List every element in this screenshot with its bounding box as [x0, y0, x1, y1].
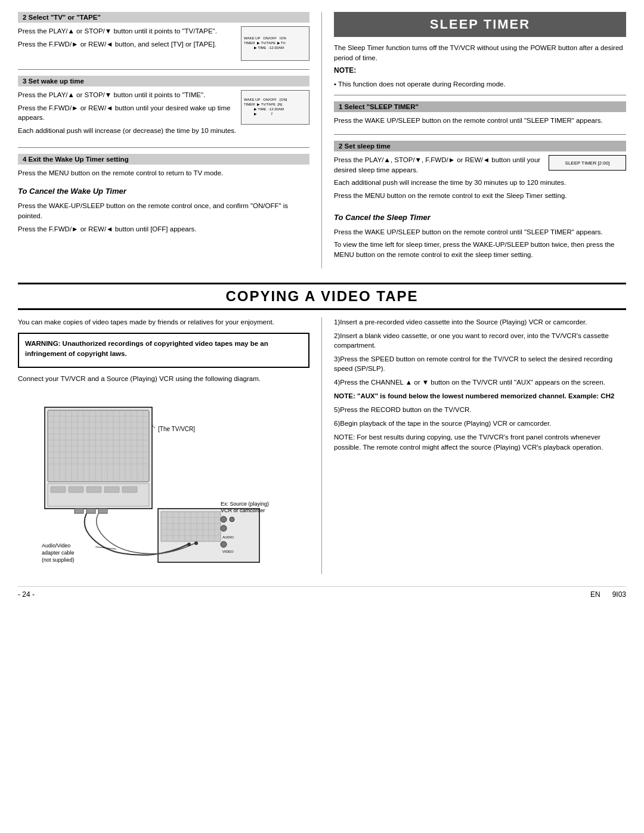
svg-point-53 — [221, 516, 227, 522]
bottom-section: You can make copies of video tapes made … — [18, 317, 626, 575]
sleep-step2-content: SLEEP TIMER [2:00] Press the PLAY/▲, STO… — [334, 155, 626, 204]
video-diagram: [The TV/VCR] — [18, 389, 309, 574]
svg-rect-35 — [98, 509, 107, 513]
cancel-wakeup-text2: Press the F.FWD/► or REW/◄ button until … — [18, 224, 309, 234]
copy-step5: 5)Press the RECORD button on the TV/VCR. — [334, 405, 626, 414]
copy-step2: 2)Insert a blank video cassette, or one … — [334, 331, 626, 350]
sleep-timer-header: SLEEP TIMER — [334, 12, 626, 37]
svg-point-60 — [194, 541, 198, 545]
footer-model: 9I03 — [612, 590, 626, 599]
sleep-step2-text2: Each additional push will increase the t… — [334, 178, 626, 188]
svg-text:adapter cable: adapter cable — [42, 550, 75, 556]
sleep-diagram: SLEEP TIMER [2:00] — [549, 155, 626, 171]
sleep-timer-note: NOTE: • This function does not operate d… — [334, 66, 626, 89]
warning-box: WARNING: Unauthorized recordings of copy… — [18, 333, 309, 367]
page-number: - 24 - — [18, 590, 35, 599]
svg-rect-33 — [75, 509, 83, 513]
svg-text:VIDEO: VIDEO — [222, 550, 234, 553]
note-content: NOTE: — [334, 66, 626, 76]
step3-header: 3 Set wake up time — [18, 76, 309, 86]
cancel-wakeup-text1: Press the WAKE-UP/SLEEP button on the re… — [18, 201, 309, 221]
copy-step3: 3)Press the SPEED button on remote contr… — [334, 354, 626, 373]
step2-diagram: WAKE UP ON/OFF ION TIMER ▶ TV/TAPE ▶TV: — [241, 26, 309, 61]
bottom-left-column: You can make copies of video tapes made … — [18, 317, 322, 575]
footer-lang: EN — [590, 590, 600, 599]
sleep-step2-text3: Press the MENU button on the remote cont… — [334, 191, 626, 201]
svg-point-59 — [187, 543, 191, 546]
bottom-right-column: 1)Insert a pre-recorded video cassette i… — [322, 317, 626, 575]
svg-text:(not supplied): (not supplied) — [42, 557, 75, 563]
svg-rect-34 — [86, 509, 95, 513]
right-column: SLEEP TIMER The Sleep Timer function tur… — [322, 12, 626, 268]
svg-text:[The TV/VCR]: [The TV/VCR] — [158, 426, 195, 432]
connect-text: Connect your TV/VCR and a Source (Playin… — [18, 374, 309, 384]
cancel-sleep-header: To Cancel the Sleep Timer — [334, 212, 626, 224]
divider1 — [18, 69, 309, 70]
svg-rect-28 — [51, 487, 66, 493]
svg-text:Ex: Source (playing): Ex: Source (playing) — [221, 501, 269, 507]
step3-section: 3 Set wake up time WAKE UP ON/OFF [ON] T… — [18, 76, 309, 139]
step3-diagram: WAKE UP ON/OFF [ON] TIMER ▶ TV/TAPE [N] — [241, 90, 309, 125]
copy-note-aux: NOTE: "AUX" is found below the lowest nu… — [334, 391, 626, 401]
step2-header: 2 Select "TV" or "TAPE" — [18, 12, 309, 23]
step4-text: Press the MENU button on the remote cont… — [18, 168, 309, 178]
footer-right: EN 9I03 — [590, 590, 626, 599]
sleep-step1-header: 1 Select "SLEEP TIMER" — [334, 101, 626, 112]
copying-header: COPYING A VIDEO TAPE — [18, 283, 626, 310]
cancel-wakeup-section: To Cancel the Wake Up Timer Press the WA… — [18, 186, 309, 234]
sleep-step1-section: 1 Select "SLEEP TIMER" Press the WAKE UP… — [334, 101, 626, 126]
svg-text:AUDIO: AUDIO — [222, 535, 234, 539]
page: 2 Select "TV" or "TAPE" WAKE UP ON/OFF I… — [0, 0, 644, 833]
sleep-divider2 — [334, 134, 626, 135]
svg-point-57 — [221, 541, 227, 547]
svg-point-54 — [221, 525, 227, 531]
step4-section: 4 Exit the Wake Up Timer setting Press t… — [18, 154, 309, 178]
svg-text:VCR or camcorder: VCR or camcorder — [221, 507, 265, 513]
copy-step4: 4)Press the CHANNEL ▲ or ▼ button on the… — [334, 377, 626, 387]
copy-note-best: NOTE: For best results during copying, u… — [334, 432, 626, 451]
cancel-sleep-text2: To view the time left for sleep timer, p… — [334, 240, 626, 259]
svg-point-55 — [230, 517, 234, 522]
left-column: 2 Select "TV" or "TAPE" WAKE UP ON/OFF I… — [18, 12, 322, 268]
step3-text3: Each additional push will increase (or d… — [18, 126, 309, 136]
copy-step6: 6)Begin playback of the tape in the sour… — [334, 419, 626, 428]
svg-rect-29 — [69, 487, 83, 493]
sleep-timer-intro: The Sleep Timer function turns off the T… — [334, 43, 626, 63]
page-footer: - 24 - EN 9I03 — [18, 586, 626, 599]
step4-header: 4 Exit the Wake Up Timer setting — [18, 154, 309, 165]
divider2 — [18, 147, 309, 148]
step2-section: 2 Select "TV" or "TAPE" WAKE UP ON/OFF I… — [18, 12, 309, 61]
cancel-sleep-section: To Cancel the Sleep Timer Press the WAKE… — [334, 212, 626, 260]
step2-content: WAKE UP ON/OFF ION TIMER ▶ TV/TAPE ▶TV: — [18, 26, 309, 61]
svg-rect-30 — [86, 487, 101, 493]
warning-text: WARNING: Unauthorized recordings of copy… — [25, 339, 302, 358]
step3-content: WAKE UP ON/OFF [ON] TIMER ▶ TV/TAPE [N] — [18, 90, 309, 139]
cancel-sleep-text1: Press the WAKE UP/SLEEP button on the re… — [334, 227, 626, 237]
top-section: 2 Select "TV" or "TAPE" WAKE UP ON/OFF I… — [18, 12, 626, 268]
svg-text:Audio/Video: Audio/Video — [42, 543, 70, 549]
copying-intro: You can make copies of video tapes made … — [18, 317, 309, 327]
cancel-wakeup-header: To Cancel the Wake Up Timer — [18, 186, 309, 197]
svg-rect-32 — [122, 487, 137, 493]
sleep-step2-header: 2 Set sleep time — [334, 141, 626, 151]
svg-rect-31 — [104, 487, 119, 493]
copy-step1: 1)Insert a pre-recorded video cassette i… — [334, 317, 626, 327]
note-label: NOTE: — [334, 66, 356, 75]
svg-line-66 — [95, 547, 116, 549]
note-text: • This function does not operate during … — [334, 79, 626, 89]
sleep-step1-text: Press the WAKE UP/SLEEP button on the re… — [334, 116, 626, 126]
diagram-svg: [The TV/VCR] — [39, 389, 289, 574]
sleep-step2-section: 2 Set sleep time SLEEP TIMER [2:00] Pres… — [334, 141, 626, 204]
sleep-divider1 — [334, 95, 626, 95]
